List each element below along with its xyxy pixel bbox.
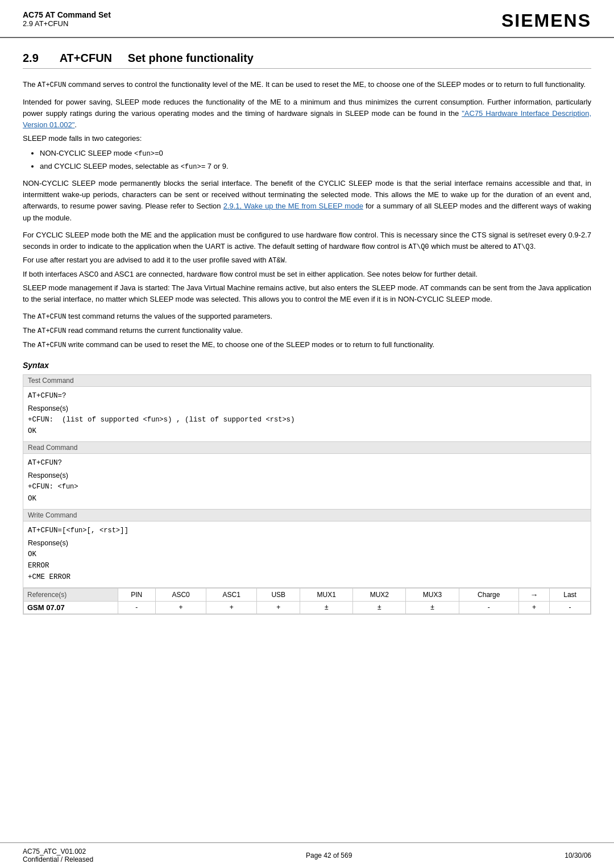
- footer-doc-id: AC75_ATC_V01.002: [23, 848, 93, 856]
- test-command-content: AT+CFUN=? Response(s) +CFUN: (list of su…: [23, 387, 591, 441]
- page-footer: AC75_ATC_V01.002 Confidential / Released…: [0, 842, 614, 868]
- ref-val-last: -: [550, 601, 591, 614]
- reference-value-row: GSM 07.07 - + + + ± ± ± - + -: [24, 601, 591, 614]
- paragraph-4: NON-CYCLIC SLEEP mode permanently blocks…: [23, 178, 591, 224]
- header-subtitle: 2.9 AT+CFUN: [23, 19, 111, 28]
- code-atq0: AT\Q0: [409, 243, 429, 251]
- section-291-link[interactable]: 2.9.1, Wake up the ME from SLEEP mode: [223, 202, 363, 210]
- write-command-text: AT+CFUN=[<fun>[, <rst>]]: [28, 525, 586, 536]
- ref-val-usb: +: [257, 601, 300, 614]
- hardware-interface-link[interactable]: "AC75 Hardware Interface Description, Ve…: [23, 109, 591, 129]
- code-atq3: AT\Q3: [513, 243, 534, 251]
- paragraph-7: If both interfaces ASC0 and ASC1 are con…: [23, 269, 591, 280]
- ref-col-asc1: ASC1: [206, 588, 257, 601]
- header-left: AC75 AT Command Set 2.9 AT+CFUN: [23, 10, 111, 28]
- code-fun-write: <fun>: [67, 527, 87, 535]
- ref-col-pin: PIN: [118, 588, 155, 601]
- ref-val-pin: -: [118, 601, 155, 614]
- code-fun-79: <fun>: [181, 163, 201, 171]
- ref-col-mux1: MUX1: [300, 588, 353, 601]
- paragraph-1: The AT+CFUN command serves to control th…: [23, 79, 591, 91]
- sleep-mode-list: NON-CYCLIC SLEEP mode <fun>=0 and CYCLIC…: [40, 148, 591, 172]
- footer-confidential: Confidential / Released: [23, 856, 93, 863]
- read-response-text: +CFUN: <fun> OK: [28, 481, 586, 504]
- paragraph-6: For use after restart you are advised to…: [23, 254, 591, 266]
- paragraph-3: SLEEP mode falls in two categories:: [23, 133, 591, 144]
- code-fun-0: <fun>: [134, 150, 155, 158]
- paragraph-2: Intended for power saving, SLEEP mode re…: [23, 97, 591, 131]
- read-command-box: Read Command AT+CFUN? Response(s) +CFUN:…: [23, 442, 591, 509]
- code-rst-s: <rst>: [266, 416, 287, 424]
- footer-left: AC75_ATC_V01.002 Confidential / Released: [23, 848, 93, 863]
- footer-page: Page 42 of 569: [306, 852, 352, 859]
- ref-label: Reference(s): [24, 588, 118, 601]
- header-title: AC75 AT Command Set: [23, 10, 111, 19]
- ref-val-charge: -: [459, 601, 518, 614]
- test-response-text: +CFUN: (list of supported <fun>s) , (lis…: [28, 414, 586, 437]
- read-command-label: Read Command: [23, 442, 591, 454]
- section-title: AT+CFUN: [60, 52, 112, 64]
- page-wrapper: AC75 AT Command Set 2.9 AT+CFUN SIEMENS …: [0, 0, 614, 868]
- siemens-logo: SIEMENS: [501, 10, 591, 31]
- bullet-item-2: and CYCLIC SLEEP modes, selectable as <f…: [40, 161, 591, 172]
- ref-value: GSM 07.07: [24, 601, 118, 614]
- reference-box: Reference(s) PIN ASC0 ASC1 USB MUX1 MUX2…: [23, 588, 591, 615]
- code-rst-write: <rst>: [99, 527, 120, 535]
- read-command-text: AT+CFUN?: [28, 457, 586, 469]
- code-at-cfun-4: AT+CFUN: [38, 341, 66, 349]
- section-subtitle: Set phone functionality: [128, 52, 254, 64]
- ref-val-mux1: ±: [300, 601, 353, 614]
- ref-col-last: Last: [550, 588, 591, 601]
- reference-header-row: Reference(s) PIN ASC0 ASC1 USB MUX1 MUX2…: [24, 588, 591, 601]
- code-fun-s: <fun>: [143, 416, 164, 424]
- write-response-text: OK ERROR +CME ERROR: [28, 549, 586, 583]
- code-at-cfun-3: AT+CFUN: [38, 327, 66, 335]
- code-fun-read: <fun>: [58, 483, 78, 491]
- write-command-box: Write Command AT+CFUN=[<fun>[, <rst>]] R…: [23, 510, 591, 588]
- ref-col-usb: USB: [257, 588, 300, 601]
- ref-val-mux2: ±: [353, 601, 406, 614]
- ref-col-mux3: MUX3: [406, 588, 459, 601]
- main-content: 2.9 AT+CFUN Set phone functionality The …: [0, 38, 614, 842]
- test-response-label: Response(s): [28, 403, 586, 414]
- ref-col-asc0: ASC0: [155, 588, 206, 601]
- ref-val-asc1: +: [206, 601, 257, 614]
- ref-col-charge: Charge: [459, 588, 518, 601]
- paragraph-11: The AT+CFUN write command can be used to…: [23, 339, 591, 351]
- write-command-label: Write Command: [23, 510, 591, 521]
- ref-val-arrow: +: [518, 601, 549, 614]
- test-command-text: AT+CFUN=?: [28, 390, 586, 402]
- section-number: 2.9: [23, 52, 39, 64]
- code-at-cfun-1: AT+CFUN: [38, 81, 66, 89]
- ref-col-mux2: MUX2: [353, 588, 406, 601]
- read-command-content: AT+CFUN? Response(s) +CFUN: <fun> OK: [23, 454, 591, 508]
- paragraph-8: SLEEP mode management if Java is started…: [23, 282, 591, 305]
- ref-val-mux3: ±: [406, 601, 459, 614]
- paragraph-5: For CYCLIC SLEEP mode both the ME and th…: [23, 229, 591, 253]
- test-command-label: Test Command: [23, 375, 591, 387]
- read-response-label: Response(s): [28, 470, 586, 481]
- test-command-box: Test Command AT+CFUN=? Response(s) +CFUN…: [23, 374, 591, 442]
- code-atw: AT&W: [268, 257, 285, 265]
- reference-table: Reference(s) PIN ASC0 ASC1 USB MUX1 MUX2…: [23, 588, 591, 614]
- code-at-cfun-2: AT+CFUN: [38, 313, 66, 321]
- write-response-label: Response(s): [28, 537, 586, 549]
- ref-col-arrow: →: [518, 588, 549, 601]
- section-heading: 2.9 AT+CFUN Set phone functionality: [23, 52, 591, 69]
- bullet-item-1: NON-CYCLIC SLEEP mode <fun>=0: [40, 148, 591, 159]
- footer-date: 10/30/06: [565, 852, 591, 859]
- page-header: AC75 AT Command Set 2.9 AT+CFUN SIEMENS: [0, 0, 614, 38]
- paragraph-9: The AT+CFUN test command returns the val…: [23, 311, 591, 323]
- syntax-heading: Syntax: [23, 361, 591, 370]
- ref-val-asc0: +: [155, 601, 206, 614]
- write-command-content: AT+CFUN=[<fun>[, <rst>]] Response(s) OK …: [23, 521, 591, 587]
- paragraph-10: The AT+CFUN read command returns the cur…: [23, 325, 591, 337]
